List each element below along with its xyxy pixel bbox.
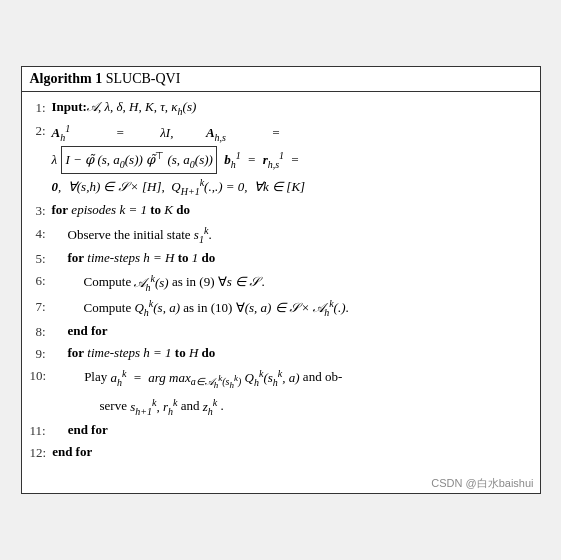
line-2-cont: λ I − φ̃ (s, a0(s)) φ̃⊤ (s, a0(s)) bh1 =… [30,146,532,174]
line-num-11: 11: [30,420,52,441]
algorithm-box: Algorithm 1 SLUCB-QVI 1: Input:𝒜, λ, δ, … [21,66,541,494]
line-content-11: end for [68,420,532,440]
line-content-10: Play ahk = arg maxa∈𝒜hk(shk) Qhk(shk, a)… [84,365,531,393]
line-content-6: Compute 𝒜hk(s) as in (9) ∀s ∈ 𝒮 . [84,270,532,294]
line-8: 8: end for [30,321,532,342]
line-content-2: Ah1 = λI, Ah,s = [52,120,532,144]
line-9: 9: for time-steps h = 1 to H do [30,343,532,364]
algo-name: SLUCB-QVI [106,71,181,86]
line-content-9: for time-steps h = 1 to H do [68,343,532,363]
algo-header: Algorithm 1 SLUCB-QVI [22,67,540,92]
line-content-10c: serve sh+1k, rhk and zhk . [100,394,532,418]
line-num-2c [30,146,52,147]
line-num-4: 4: [30,223,52,244]
line-7: 7: Compute Qhk(s, a) as in (10) ∀(s, a) … [30,296,532,320]
line-num-3: 3: [30,200,52,221]
line-num-2d [30,175,52,176]
algo-label: Algorithm 1 [30,71,103,86]
line-10: 10: Play ahk = arg maxa∈𝒜hk(shk) Qhk(shk… [30,365,532,393]
line-num-1: 1: [30,97,52,118]
line-2: 2: Ah1 = λI, Ah,s = [30,120,532,144]
line-num-5: 5: [30,248,52,269]
line-num-9: 9: [30,343,52,364]
line-5: 5: for time-steps h = H to 1 do [30,248,532,269]
line-num-7: 7: [30,296,52,317]
algo-body: 1: Input:𝒜, λ, δ, H, K, τ, κh(s) 2: Ah1 … [22,92,540,472]
line-3: 3: for episodes k = 1 to K do [30,200,532,221]
line-4: 4: Observe the initial state s1k. [30,223,532,247]
line-content-3: for episodes k = 1 to K do [52,200,532,220]
line-10-cont: serve sh+1k, rhk and zhk . [30,394,532,418]
line-num-6: 6: [30,270,52,291]
line-content-2d: 0, ∀(s,h) ∈ 𝒮 × [H], QH+1k(.,.) = 0, ∀k … [52,175,532,199]
line-2-cont2: 0, ∀(s,h) ∈ 𝒮 × [H], QH+1k(.,.) = 0, ∀k … [30,175,532,199]
line-1: 1: Input:𝒜, λ, δ, H, K, τ, κh(s) [30,97,532,119]
line-content-5: for time-steps h = H to 1 do [68,248,532,268]
line-content-12: end for [52,442,531,462]
line-11: 11: end for [30,420,532,441]
line-content-4: Observe the initial state s1k. [68,223,532,247]
line-num-10: 10: [30,365,53,386]
line-12: 12: end for [30,442,532,463]
watermark: CSDN @白水baishui [22,472,540,493]
line-num-10c [30,394,52,395]
line-content-7: Compute Qhk(s, a) as in (10) ∀(s, a) ∈ 𝒮… [84,296,532,320]
line-num-2: 2: [30,120,52,141]
line-num-8: 8: [30,321,52,342]
line-content-1: Input:𝒜, λ, δ, H, K, τ, κh(s) [52,97,532,119]
line-6: 6: Compute 𝒜hk(s) as in (9) ∀s ∈ 𝒮 . [30,270,532,294]
line-content-2c: λ I − φ̃ (s, a0(s)) φ̃⊤ (s, a0(s)) bh1 =… [52,146,532,174]
line-content-8: end for [68,321,532,341]
line-num-12: 12: [30,442,53,463]
